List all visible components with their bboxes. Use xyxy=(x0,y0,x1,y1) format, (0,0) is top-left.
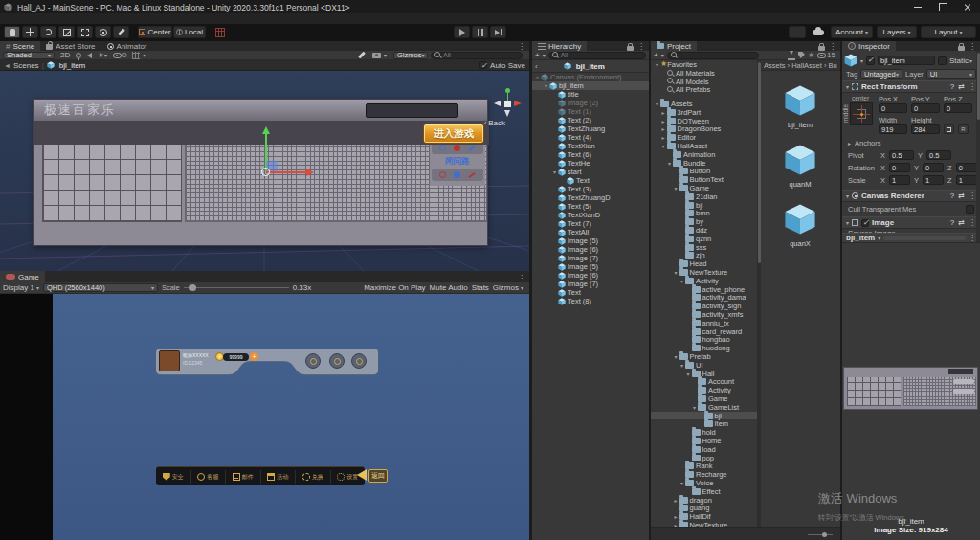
project-row[interactable]: Item xyxy=(651,419,757,428)
x-axis-handle[interactable] xyxy=(266,171,306,173)
x-axis-cone[interactable] xyxy=(514,101,522,106)
active-checkbox[interactable] xyxy=(866,56,875,65)
width-field[interactable]: 919 xyxy=(879,124,907,134)
scene-search-input[interactable]: All xyxy=(431,52,523,59)
favorites-row[interactable]: ▾ ★ Favorites xyxy=(651,60,757,69)
hierarchy-row[interactable]: Text (4) xyxy=(532,133,649,142)
raw-edit-button[interactable]: R xyxy=(958,124,969,134)
grid-dropdown-chevron[interactable]: ▾ xyxy=(143,52,145,58)
foldout-arrow-icon[interactable]: ▾ xyxy=(846,192,849,199)
blueprint-mode-button[interactable] xyxy=(944,124,954,134)
hierarchy-row[interactable]: TextAll xyxy=(532,228,649,236)
expand-arrow-icon[interactable]: ▾ xyxy=(673,269,679,276)
undo-history-button[interactable] xyxy=(789,26,806,38)
down-cone[interactable] xyxy=(504,110,510,117)
add-coins-button[interactable]: + xyxy=(250,352,258,361)
project-row[interactable]: qznn xyxy=(651,235,757,243)
asset-item-quanX[interactable]: quanX xyxy=(784,203,816,248)
layout-dropdown[interactable]: Layout▾ xyxy=(921,26,976,38)
preview-drag-handle[interactable] xyxy=(883,236,966,240)
slider-knob[interactable] xyxy=(822,532,827,537)
rotation-x-field[interactable]: 0 xyxy=(889,163,910,172)
transform-tool-button[interactable] xyxy=(95,26,111,38)
help-icon[interactable]: ? xyxy=(950,191,954,200)
hierarchy-row[interactable]: TextZhuangD xyxy=(532,193,649,202)
expand-arrow-icon[interactable]: ▾ xyxy=(679,480,685,486)
asset-item-quanM[interactable]: quanM xyxy=(784,144,816,189)
mute-audio-button[interactable]: Mute Audio xyxy=(430,283,468,292)
component-menu-icon[interactable]: ⋮ xyxy=(969,219,976,227)
lock-icon[interactable] xyxy=(627,46,634,51)
project-row[interactable]: ▾ Hall xyxy=(651,370,757,378)
expand-arrow-icon[interactable]: ▸ xyxy=(673,497,679,504)
lock-icon[interactable] xyxy=(818,46,825,51)
hand-tool-button[interactable] xyxy=(4,26,20,38)
effects-dropdown-icon[interactable]: ∗▾ xyxy=(98,51,107,59)
project-row[interactable]: activity_sign xyxy=(651,302,757,310)
expand-arrow-icon[interactable]: ▾ xyxy=(654,101,660,107)
hierarchy-row[interactable]: Text (5) xyxy=(532,202,649,211)
scale-x-field[interactable]: 1 xyxy=(889,175,910,185)
camera-dropdown-chevron[interactable]: ▾ xyxy=(384,52,387,58)
audio-toggle-icon[interactable] xyxy=(87,53,92,58)
expand-arrow-icon[interactable]: ▾ xyxy=(666,160,673,167)
hierarchy-row[interactable]: Text (7) xyxy=(532,219,649,228)
scene-viewport[interactable]: 极速百家乐 庄问路 闲问路 xyxy=(0,71,529,271)
project-row[interactable]: Head xyxy=(651,259,757,268)
project-row[interactable]: bmn xyxy=(651,210,757,218)
project-row[interactable]: ▾ UI xyxy=(651,361,757,370)
project-row[interactable]: huodong xyxy=(651,344,757,352)
project-row[interactable]: Account xyxy=(651,377,757,386)
project-row[interactable]: activity_xmfs xyxy=(651,310,757,319)
expand-arrow-icon[interactable]: ▾ xyxy=(673,353,679,360)
step-button[interactable] xyxy=(490,26,506,38)
expand-arrow-icon[interactable]: ▾ xyxy=(679,278,685,284)
pos-y-field[interactable]: 0 xyxy=(911,103,940,113)
expand-arrow-icon[interactable]: ▸ xyxy=(660,125,667,132)
favorites-filter-icon[interactable]: ★ xyxy=(808,52,814,59)
tab-project[interactable]: Project xyxy=(651,41,697,51)
presets-icon[interactable]: ⇄ xyxy=(958,191,965,200)
anchors-foldout-icon[interactable]: ▸ xyxy=(848,140,851,146)
expand-arrow-icon[interactable]: ▸ xyxy=(673,513,679,520)
thumbnail-size-slider[interactable] xyxy=(808,531,833,538)
asset-breadcrumb[interactable]: Assets › HallAsset › Bu xyxy=(761,60,840,71)
add-dropdown-chevron[interactable]: ▾ xyxy=(661,52,664,58)
project-row[interactable]: Animation xyxy=(651,150,757,159)
expand-arrow-icon[interactable]: ▸ xyxy=(660,109,667,116)
gizmos-dropdown[interactable]: Gizmos▾ xyxy=(393,52,428,59)
view-gizmo-label[interactable]: ‹ Back xyxy=(484,119,505,127)
hierarchy-row[interactable]: Text (3) xyxy=(532,185,649,193)
hierarchy-row[interactable]: ▾ Canvas (Environment) xyxy=(532,73,649,81)
project-row[interactable]: load xyxy=(651,445,757,454)
hud-button-3[interactable] xyxy=(351,353,367,369)
hud-menu-item[interactable]: 客服 xyxy=(191,470,227,484)
pos-z-field[interactable]: 0 xyxy=(944,103,972,113)
project-row[interactable]: Button xyxy=(651,168,757,176)
favorites-row[interactable]: ★ All Models xyxy=(651,78,757,86)
shading-mode-dropdown[interactable]: Shaded▾ xyxy=(3,52,55,59)
hierarchy-row[interactable]: Image (6) xyxy=(532,271,649,280)
project-row[interactable]: active_phone xyxy=(651,285,757,294)
preview-menu-icon[interactable]: ⋮ xyxy=(969,235,976,242)
hud-menu-item[interactable]: 安全 xyxy=(156,470,191,484)
project-row[interactable]: ▾ Voice xyxy=(651,479,757,487)
left-cone[interactable] xyxy=(494,101,501,106)
hierarchy-row[interactable]: Text (1) xyxy=(532,107,649,116)
hierarchy-row[interactable]: Text (2) xyxy=(532,116,649,124)
tool-settings-icon[interactable] xyxy=(358,52,366,59)
panel-menu-icon[interactable]: ⋮ xyxy=(965,43,980,51)
pivot-y-field[interactable]: 0.5 xyxy=(926,150,951,160)
scale-y-field[interactable]: 1 xyxy=(923,175,944,185)
gizmo-center-handle[interactable] xyxy=(261,168,270,176)
label-icon[interactable] xyxy=(798,52,805,58)
project-row[interactable]: anniu_tx xyxy=(651,319,757,327)
project-row[interactable]: by xyxy=(651,217,757,226)
inspector-scrollbar[interactable] xyxy=(976,51,980,242)
scale-slider[interactable] xyxy=(184,284,289,291)
tab-inspector[interactable]: iInspector xyxy=(842,41,896,51)
lighting-toggle-icon[interactable] xyxy=(76,53,81,58)
minimize-button[interactable] xyxy=(905,0,930,13)
scrollbar-thumb[interactable] xyxy=(977,53,980,120)
custom-tool-button[interactable] xyxy=(113,26,129,38)
